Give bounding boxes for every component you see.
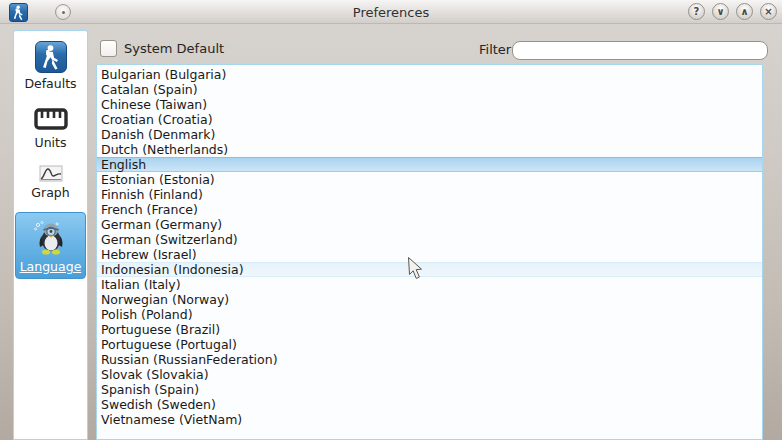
- sidebar-item-language[interactable]: Language: [15, 212, 86, 279]
- maximize-button[interactable]: ∧: [736, 3, 753, 20]
- help-button[interactable]: ?: [688, 3, 705, 20]
- system-default-checkbox[interactable]: [100, 40, 117, 57]
- language-list-item[interactable]: Dutch (Netherlands): [97, 142, 762, 157]
- language-list-item[interactable]: Finnish (Finland): [97, 187, 762, 202]
- language-list-item[interactable]: Polish (Poland): [97, 307, 762, 322]
- hiker-icon: [35, 41, 67, 73]
- language-list-item[interactable]: Slovak (Slovakia): [97, 367, 762, 382]
- sidebar-item-label: Language: [20, 259, 82, 274]
- window-title: Preferences: [0, 0, 782, 24]
- chevron-down-icon: ∨: [716, 7, 724, 17]
- language-list-item[interactable]: Portuguese (Portugal): [97, 337, 762, 352]
- language-list-item[interactable]: Croatian (Croatia): [97, 112, 762, 127]
- sidebar-item-label: Units: [35, 135, 67, 150]
- language-list-item[interactable]: English: [97, 157, 762, 172]
- language-list-item[interactable]: Danish (Denmark): [97, 127, 762, 142]
- penguin-icon: [31, 218, 71, 256]
- language-list-item[interactable]: German (Germany): [97, 217, 762, 232]
- question-icon: ?: [694, 7, 700, 17]
- sidebar: Defaults Units Graph Langua: [13, 30, 88, 440]
- minimize-button[interactable]: ∨: [712, 3, 729, 20]
- sidebar-item-graph[interactable]: Graph: [15, 162, 86, 203]
- language-list-item[interactable]: Estonian (Estonia): [97, 172, 762, 187]
- language-list-item[interactable]: Catalan (Spain): [97, 82, 762, 97]
- sidebar-item-defaults[interactable]: Defaults: [15, 38, 86, 94]
- graph-icon: [39, 165, 63, 182]
- ruler-icon: [34, 106, 68, 132]
- language-list-item[interactable]: Portuguese (Brazil): [97, 322, 762, 337]
- language-list-item[interactable]: Hebrew (Israel): [97, 247, 762, 262]
- sidebar-item-label: Graph: [31, 185, 69, 200]
- close-button[interactable]: ×: [760, 3, 777, 20]
- language-list-item[interactable]: Bulgarian (Bulgaria): [97, 67, 762, 82]
- close-icon: ×: [764, 7, 772, 17]
- language-list-item[interactable]: Vietnamese (VietNam): [97, 412, 762, 427]
- filter-input[interactable]: [512, 41, 768, 60]
- language-list-item[interactable]: Spanish (Spain): [97, 382, 762, 397]
- window-buttons: ?∨∧×: [688, 3, 777, 20]
- sidebar-item-label: Defaults: [24, 76, 76, 91]
- language-list-item[interactable]: Russian (RussianFederation): [97, 352, 762, 367]
- system-default-label: System Default: [124, 41, 224, 56]
- language-list-item[interactable]: Italian (Italy): [97, 277, 762, 292]
- language-list-item[interactable]: Swedish (Sweden): [97, 397, 762, 412]
- preferences-window: Preferences ?∨∧× Defaults Units Graph: [0, 0, 782, 440]
- language-list-item[interactable]: Indonesian (Indonesia): [97, 262, 762, 277]
- language-list-item[interactable]: Chinese (Taiwan): [97, 97, 762, 112]
- sidebar-item-units[interactable]: Units: [15, 103, 86, 153]
- language-list-item[interactable]: German (Switzerland): [97, 232, 762, 247]
- language-list-item[interactable]: French (France): [97, 202, 762, 217]
- chevron-up-icon: ∧: [740, 7, 748, 17]
- language-list-item[interactable]: Norwegian (Norway): [97, 292, 762, 307]
- filter-label: Filter: [479, 42, 511, 57]
- titlebar: Preferences ?∨∧×: [0, 0, 782, 24]
- language-list[interactable]: Bulgarian (Bulgaria)Catalan (Spain)Chine…: [96, 64, 763, 440]
